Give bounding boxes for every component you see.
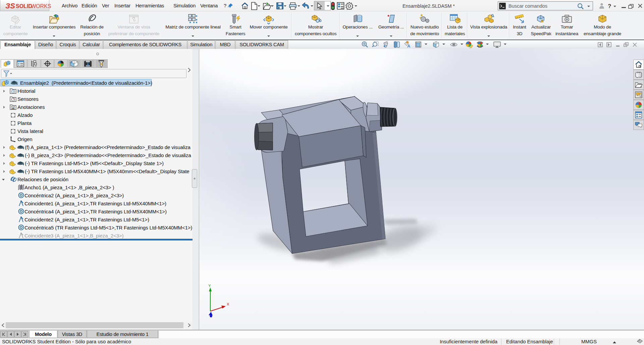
svg-text:SOLID: SOLID [16, 3, 32, 9]
svg-text:A: A [407, 44, 411, 48]
svg-text:?: ? [608, 3, 611, 9]
svg-text:WORKS: WORKS [31, 3, 51, 9]
svg-text:X: X [227, 302, 229, 306]
svg-text:A: A [12, 107, 14, 110]
svg-text:Y: Y [208, 284, 211, 288]
svg-text:ЗS: ЗS [5, 2, 15, 10]
